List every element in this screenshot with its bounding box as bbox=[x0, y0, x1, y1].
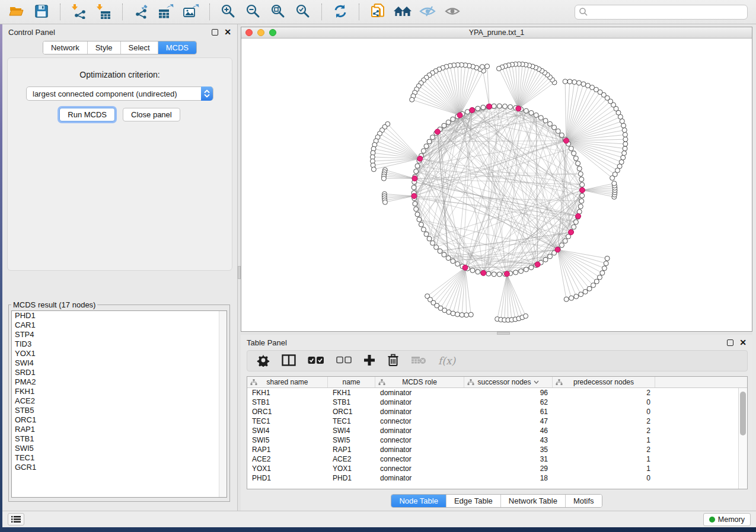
list-scrollbar[interactable] bbox=[219, 311, 227, 497]
list-item[interactable]: SRD1 bbox=[12, 368, 227, 377]
table-cell: connector bbox=[375, 454, 464, 464]
unchecked-boxes-icon bbox=[336, 356, 352, 366]
task-history-button[interactable] bbox=[8, 513, 24, 525]
column-header-shared-name[interactable]: shared name bbox=[247, 377, 328, 387]
column-header-name[interactable]: name bbox=[328, 377, 375, 387]
tab-mcds[interactable]: MCDS bbox=[158, 41, 196, 54]
zoom-fit-button[interactable] bbox=[267, 2, 289, 21]
deselect-all-button[interactable] bbox=[336, 353, 352, 368]
list-item[interactable]: ORC1 bbox=[12, 415, 227, 425]
add-column-button[interactable] bbox=[363, 353, 375, 368]
mcds-result-list[interactable]: PHD1CAR1STP4TID3YOX1SWI4SRD1PMA2FKH1ACE2… bbox=[11, 310, 227, 498]
list-item[interactable]: TEC1 bbox=[12, 453, 227, 463]
scrollbar-thumb[interactable] bbox=[740, 392, 746, 435]
tab-motifs[interactable]: Motifs bbox=[565, 495, 602, 507]
table-cell: dominator bbox=[375, 388, 464, 398]
memory-status-icon bbox=[709, 517, 715, 523]
list-item[interactable]: STB1 bbox=[12, 434, 227, 444]
table-panel: Table Panel ✕ bbox=[241, 335, 752, 511]
close-panel-button[interactable]: Close panel bbox=[123, 108, 180, 121]
tab-edge-table[interactable]: Edge Table bbox=[446, 495, 500, 507]
zoom-out-button[interactable] bbox=[243, 2, 264, 21]
run-mcds-button[interactable]: Run MCDS bbox=[59, 108, 115, 121]
list-item[interactable]: FKH1 bbox=[12, 387, 227, 396]
list-item[interactable]: PHD1 bbox=[12, 311, 227, 321]
table-settings-button[interactable] bbox=[257, 353, 270, 368]
function-builder-button[interactable]: f(x) bbox=[438, 353, 455, 368]
table-row[interactable]: SWI5SWI5connector431 bbox=[247, 435, 747, 445]
table-cell: STB1 bbox=[247, 398, 328, 407]
table-cell: 1 bbox=[553, 435, 655, 445]
table-scrollbar[interactable] bbox=[738, 388, 747, 489]
search-input[interactable] bbox=[575, 5, 748, 20]
export-network-button[interactable] bbox=[130, 2, 152, 21]
memory-button[interactable]: Memory bbox=[703, 513, 751, 526]
refresh-layout-button[interactable] bbox=[330, 2, 351, 21]
table-cell: 0 bbox=[553, 398, 655, 407]
export-image-button[interactable] bbox=[180, 2, 202, 21]
application-window: Control Panel ✕ Network Style Select MCD… bbox=[0, 0, 756, 532]
show-hidden-button[interactable] bbox=[442, 2, 463, 21]
export-table-button[interactable] bbox=[155, 2, 177, 21]
tab-node-table[interactable]: Node Table bbox=[391, 495, 446, 507]
delete-column-button[interactable] bbox=[387, 353, 399, 368]
list-item[interactable]: GCR1 bbox=[12, 463, 227, 472]
list-item[interactable]: ACE2 bbox=[12, 396, 227, 406]
table-row[interactable]: PHD1PHD1dominator180 bbox=[247, 473, 747, 483]
column-header-successor-nodes[interactable]: successor nodes bbox=[464, 377, 553, 387]
table-cell: TEC1 bbox=[328, 416, 375, 426]
save-session-button[interactable] bbox=[31, 2, 52, 21]
list-item[interactable]: CAR1 bbox=[12, 321, 227, 330]
tab-network[interactable]: Network bbox=[43, 41, 87, 54]
new-network-from-selection-button[interactable] bbox=[367, 2, 388, 21]
open-file-button[interactable] bbox=[6, 2, 27, 21]
tab-select[interactable]: Select bbox=[120, 41, 158, 54]
list-item[interactable]: STB5 bbox=[12, 406, 227, 415]
table-cell: 2 bbox=[553, 388, 655, 398]
column-header-predecessor-nodes[interactable]: predecessor nodes bbox=[553, 377, 655, 387]
list-item[interactable]: TID3 bbox=[12, 339, 227, 349]
network-canvas[interactable] bbox=[241, 39, 752, 331]
list-item[interactable]: YOX1 bbox=[12, 349, 227, 358]
show-all-button[interactable] bbox=[392, 2, 413, 21]
table-cell: 47 bbox=[464, 416, 553, 426]
select-all-button[interactable] bbox=[308, 353, 324, 368]
table-row[interactable]: STB1STB1dominator620 bbox=[247, 398, 747, 407]
table-panel-title: Table Panel bbox=[247, 338, 287, 347]
import-table-button[interactable] bbox=[93, 2, 114, 21]
table-row[interactable]: YOX1YOX1connector291 bbox=[247, 464, 747, 473]
table-row[interactable]: ORC1ORC1dominator610 bbox=[247, 407, 747, 416]
float-window-icon[interactable] bbox=[727, 339, 733, 346]
delete-table-button[interactable] bbox=[411, 353, 426, 368]
list-item[interactable]: RAP1 bbox=[12, 425, 227, 434]
zoom-in-button[interactable] bbox=[218, 2, 239, 21]
table-row[interactable]: TEC1TEC1connector472 bbox=[247, 416, 747, 426]
list-item[interactable]: SWI5 bbox=[12, 444, 227, 453]
tab-style[interactable]: Style bbox=[87, 41, 120, 54]
column-type-icon bbox=[556, 379, 563, 386]
gear-icon bbox=[257, 354, 270, 368]
float-window-icon[interactable] bbox=[212, 29, 218, 36]
global-search bbox=[575, 5, 748, 20]
list-item[interactable]: SWI4 bbox=[12, 358, 227, 368]
eye-icon bbox=[444, 4, 461, 20]
table-row[interactable]: FKH1FKH1dominator962 bbox=[247, 388, 747, 398]
hide-selected-button[interactable] bbox=[417, 2, 438, 21]
list-item[interactable]: STP4 bbox=[12, 330, 227, 339]
list-item[interactable]: PMA2 bbox=[12, 377, 227, 387]
column-header-mcds-role[interactable]: MCDS role bbox=[375, 377, 464, 387]
table-row[interactable]: RAP1RAP1dominator352 bbox=[247, 445, 747, 454]
tab-network-table[interactable]: Network Table bbox=[500, 495, 565, 507]
sort-descending-icon bbox=[534, 380, 539, 384]
table-cell: connector bbox=[375, 464, 464, 473]
zoom-selected-button[interactable] bbox=[292, 2, 314, 21]
close-icon[interactable]: ✕ bbox=[224, 29, 231, 36]
table-row[interactable]: ACE2ACE2connector311 bbox=[247, 454, 747, 464]
optimization-criterion-dropdown[interactable]: largest connected component (undirected) bbox=[26, 86, 213, 101]
import-network-button[interactable] bbox=[68, 2, 90, 21]
toolbar-separator bbox=[122, 4, 123, 20]
close-icon[interactable]: ✕ bbox=[739, 339, 747, 346]
table-row[interactable]: SWI4SWI4dominator462 bbox=[247, 426, 747, 435]
side-panel-button[interactable] bbox=[282, 353, 296, 368]
table-cell: SWI4 bbox=[247, 426, 328, 435]
